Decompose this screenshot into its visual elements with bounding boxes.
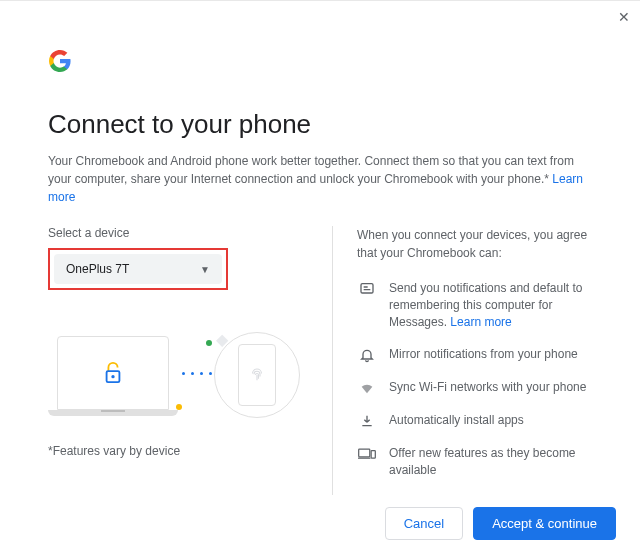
learn-more-messages-link[interactable]: Learn more (450, 315, 511, 329)
feature-list: Send you notifications and default to re… (357, 280, 592, 479)
button-row: Cancel Accept & continue (385, 507, 616, 540)
feature-item-messages: Send you notifications and default to re… (357, 280, 592, 330)
message-icon (357, 280, 377, 330)
feature-item-apps: Automatically install apps (357, 412, 592, 429)
svg-rect-2 (361, 284, 373, 293)
download-icon (357, 412, 377, 429)
devices-icon (357, 445, 377, 479)
feature-text: Sync Wi-Fi networks with your phone (389, 379, 592, 396)
feature-text: Automatically install apps (389, 412, 592, 429)
illustration: ◆ (48, 318, 308, 428)
footnote: *Features vary by device (48, 444, 308, 458)
fingerprint-icon (248, 365, 266, 385)
cancel-button[interactable]: Cancel (385, 507, 463, 540)
wifi-icon (357, 379, 377, 396)
lock-icon (102, 360, 124, 386)
page-description: Your Chromebook and Android phone work b… (48, 152, 592, 206)
feature-item-newfeatures: Offer new features as they become availa… (357, 445, 592, 479)
device-select[interactable]: OnePlus 7T ▼ (54, 254, 222, 284)
svg-rect-3 (359, 450, 370, 458)
accept-continue-button[interactable]: Accept & continue (473, 507, 616, 540)
device-select-value: OnePlus 7T (66, 262, 129, 276)
chevron-down-icon: ▼ (200, 264, 210, 275)
google-logo-icon (48, 49, 592, 77)
feature-text: Offer new features as they become availa… (389, 445, 592, 479)
svg-point-1 (111, 375, 114, 378)
page-title: Connect to your phone (48, 109, 592, 140)
feature-item-wifi: Sync Wi-Fi networks with your phone (357, 379, 592, 396)
close-icon[interactable]: ✕ (616, 9, 632, 25)
agree-text: When you connect your devices, you agree… (357, 226, 592, 262)
select-device-label: Select a device (48, 226, 308, 240)
bell-icon (357, 346, 377, 363)
feature-text: Mirror notifications from your phone (389, 346, 592, 363)
feature-item-mirror: Mirror notifications from your phone (357, 346, 592, 363)
highlight-annotation: OnePlus 7T ▼ (48, 248, 228, 290)
svg-rect-4 (371, 451, 375, 459)
